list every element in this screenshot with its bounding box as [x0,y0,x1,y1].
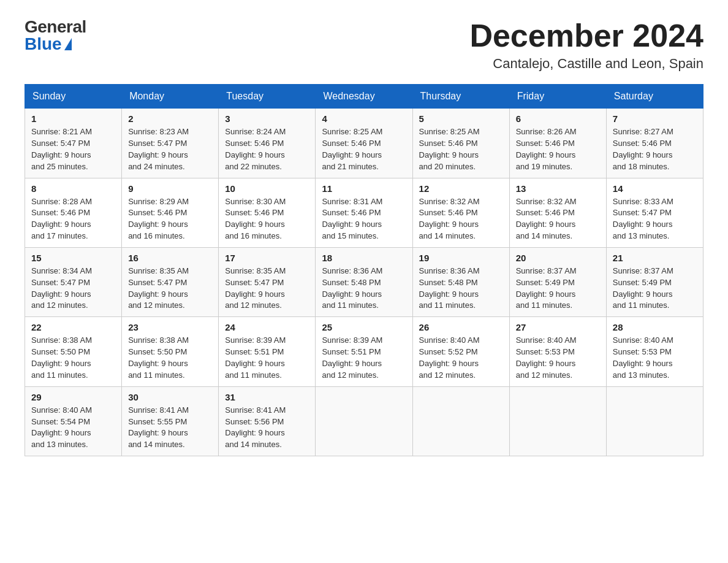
day-number: 12 [419,183,503,194]
calendar-cell: 8Sunrise: 8:28 AMSunset: 5:46 PMDaylight… [25,178,122,247]
page-header: General Blue December 2024 Cantalejo, Ca… [25,18,703,72]
calendar-cell: 27Sunrise: 8:40 AMSunset: 5:53 PMDayligh… [509,317,606,386]
day-info: Sunrise: 8:39 AMSunset: 5:51 PMDaylight:… [225,335,309,381]
day-info: Sunrise: 8:29 AMSunset: 5:46 PMDaylight:… [128,196,212,242]
day-info: Sunrise: 8:38 AMSunset: 5:50 PMDaylight:… [31,335,115,381]
day-info: Sunrise: 8:36 AMSunset: 5:48 PMDaylight:… [419,266,503,312]
calendar-cell: 2Sunrise: 8:23 AMSunset: 5:47 PMDaylight… [122,109,219,178]
calendar-cell: 6Sunrise: 8:26 AMSunset: 5:46 PMDaylight… [509,109,606,178]
calendar-cell: 15Sunrise: 8:34 AMSunset: 5:47 PMDayligh… [25,247,122,316]
calendar-cell: 30Sunrise: 8:41 AMSunset: 5:55 PMDayligh… [122,386,219,456]
day-number: 1 [31,113,115,124]
day-number: 30 [128,392,212,402]
calendar-week-row: 15Sunrise: 8:34 AMSunset: 5:47 PMDayligh… [25,247,703,316]
calendar-cell: 28Sunrise: 8:40 AMSunset: 5:53 PMDayligh… [606,317,703,386]
weekday-header-friday: Friday [509,85,606,109]
day-number: 31 [225,392,309,402]
day-info: Sunrise: 8:40 AMSunset: 5:54 PMDaylight:… [31,405,115,451]
location-title: Cantalejo, Castille and Leon, Spain [469,56,703,72]
day-number: 23 [128,322,212,332]
calendar-cell: 12Sunrise: 8:32 AMSunset: 5:46 PMDayligh… [412,178,509,247]
day-info: Sunrise: 8:35 AMSunset: 5:47 PMDaylight:… [128,266,212,312]
month-title: December 2024 [469,18,703,53]
weekday-header-wednesday: Wednesday [316,85,412,109]
day-info: Sunrise: 8:31 AMSunset: 5:46 PMDaylight:… [322,196,406,242]
day-number: 22 [31,322,115,332]
logo: General Blue [25,18,86,53]
day-info: Sunrise: 8:38 AMSunset: 5:50 PMDaylight:… [128,335,212,381]
calendar-cell: 11Sunrise: 8:31 AMSunset: 5:46 PMDayligh… [316,178,412,247]
calendar-cell: 18Sunrise: 8:36 AMSunset: 5:48 PMDayligh… [316,247,412,316]
day-info: Sunrise: 8:40 AMSunset: 5:52 PMDaylight:… [419,335,503,381]
weekday-header-tuesday: Tuesday [219,85,316,109]
day-info: Sunrise: 8:27 AMSunset: 5:46 PMDaylight:… [613,126,697,172]
day-info: Sunrise: 8:28 AMSunset: 5:46 PMDaylight:… [31,196,115,242]
day-number: 26 [419,322,503,332]
calendar-cell: 10Sunrise: 8:30 AMSunset: 5:46 PMDayligh… [219,178,316,247]
logo-arrow-icon [64,38,72,50]
day-number: 16 [128,253,212,263]
day-info: Sunrise: 8:30 AMSunset: 5:46 PMDaylight:… [225,196,309,242]
day-number: 11 [322,183,406,194]
day-number: 3 [225,113,309,124]
day-number: 18 [322,253,406,263]
calendar-cell: 16Sunrise: 8:35 AMSunset: 5:47 PMDayligh… [122,247,219,316]
day-info: Sunrise: 8:37 AMSunset: 5:49 PMDaylight:… [613,266,697,312]
day-info: Sunrise: 8:40 AMSunset: 5:53 PMDaylight:… [516,335,600,381]
calendar-cell: 13Sunrise: 8:32 AMSunset: 5:46 PMDayligh… [509,178,606,247]
calendar-cell [316,386,412,456]
calendar-cell: 14Sunrise: 8:33 AMSunset: 5:47 PMDayligh… [606,178,703,247]
calendar-cell: 17Sunrise: 8:35 AMSunset: 5:47 PMDayligh… [219,247,316,316]
calendar-week-row: 29Sunrise: 8:40 AMSunset: 5:54 PMDayligh… [25,386,703,456]
calendar-cell: 7Sunrise: 8:27 AMSunset: 5:46 PMDaylight… [606,109,703,178]
day-number: 27 [516,322,600,332]
day-info: Sunrise: 8:25 AMSunset: 5:46 PMDaylight:… [322,126,406,172]
day-info: Sunrise: 8:33 AMSunset: 5:47 PMDaylight:… [613,196,697,242]
calendar-cell: 24Sunrise: 8:39 AMSunset: 5:51 PMDayligh… [219,317,316,386]
day-info: Sunrise: 8:26 AMSunset: 5:46 PMDaylight:… [516,126,600,172]
day-info: Sunrise: 8:34 AMSunset: 5:47 PMDaylight:… [31,266,115,312]
day-number: 10 [225,183,309,194]
weekday-header-thursday: Thursday [412,85,509,109]
day-info: Sunrise: 8:39 AMSunset: 5:51 PMDaylight:… [322,335,406,381]
day-number: 15 [31,253,115,263]
calendar-cell [509,386,606,456]
calendar-cell: 26Sunrise: 8:40 AMSunset: 5:52 PMDayligh… [412,317,509,386]
day-info: Sunrise: 8:24 AMSunset: 5:46 PMDaylight:… [225,126,309,172]
day-info: Sunrise: 8:23 AMSunset: 5:47 PMDaylight:… [128,126,212,172]
day-number: 29 [31,392,115,402]
day-number: 19 [419,253,503,263]
day-number: 5 [419,113,503,124]
day-number: 14 [613,183,697,194]
day-number: 25 [322,322,406,332]
day-info: Sunrise: 8:37 AMSunset: 5:49 PMDaylight:… [516,266,600,312]
day-info: Sunrise: 8:41 AMSunset: 5:55 PMDaylight:… [128,405,212,451]
day-number: 24 [225,322,309,332]
day-number: 28 [613,322,697,332]
day-info: Sunrise: 8:32 AMSunset: 5:46 PMDaylight:… [419,196,503,242]
calendar-cell: 31Sunrise: 8:41 AMSunset: 5:56 PMDayligh… [219,386,316,456]
day-number: 8 [31,183,115,194]
day-number: 21 [613,253,697,263]
weekday-header-monday: Monday [122,85,219,109]
calendar-week-row: 1Sunrise: 8:21 AMSunset: 5:47 PMDaylight… [25,109,703,178]
weekday-header-sunday: Sunday [25,85,122,109]
day-number: 9 [128,183,212,194]
weekday-header-row: SundayMondayTuesdayWednesdayThursdayFrid… [25,85,703,109]
day-number: 4 [322,113,406,124]
day-number: 2 [128,113,212,124]
logo-blue-text: Blue [25,36,62,53]
calendar-week-row: 8Sunrise: 8:28 AMSunset: 5:46 PMDaylight… [25,178,703,247]
calendar-cell [412,386,509,456]
day-info: Sunrise: 8:41 AMSunset: 5:56 PMDaylight:… [225,405,309,451]
calendar-cell: 3Sunrise: 8:24 AMSunset: 5:46 PMDaylight… [219,109,316,178]
calendar-week-row: 22Sunrise: 8:38 AMSunset: 5:50 PMDayligh… [25,317,703,386]
calendar-cell: 20Sunrise: 8:37 AMSunset: 5:49 PMDayligh… [509,247,606,316]
calendar-cell: 4Sunrise: 8:25 AMSunset: 5:46 PMDaylight… [316,109,412,178]
day-info: Sunrise: 8:25 AMSunset: 5:46 PMDaylight:… [419,126,503,172]
day-info: Sunrise: 8:32 AMSunset: 5:46 PMDaylight:… [516,196,600,242]
day-number: 6 [516,113,600,124]
day-info: Sunrise: 8:21 AMSunset: 5:47 PMDaylight:… [31,126,115,172]
day-info: Sunrise: 8:36 AMSunset: 5:48 PMDaylight:… [322,266,406,312]
day-number: 7 [613,113,697,124]
